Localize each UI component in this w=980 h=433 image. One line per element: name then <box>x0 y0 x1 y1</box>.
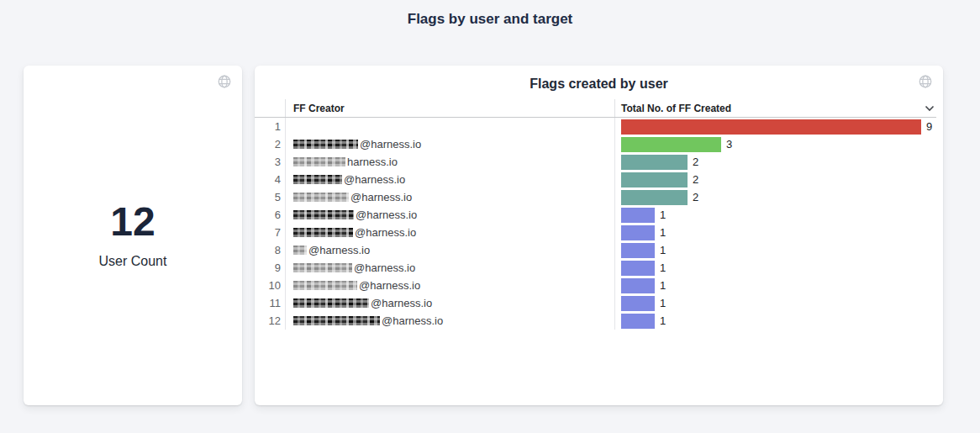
row-index: 9 <box>255 259 285 277</box>
globe-icon[interactable] <box>217 74 232 89</box>
header-total-ff-created[interactable]: Total No. of FF Created <box>614 99 936 117</box>
email-suffix: @harness.io <box>350 191 412 203</box>
bar <box>621 172 688 187</box>
email-suffix: @harness.io <box>355 226 416 239</box>
creator-cell: @harness.io <box>285 135 614 153</box>
creator-cell: @harness.io <box>285 188 614 206</box>
bar <box>621 155 688 170</box>
bar <box>621 278 655 293</box>
table-row: 12 @harness.io 1 <box>255 312 943 330</box>
bar-cell[interactable]: 9 <box>614 118 943 135</box>
redacted-text <box>293 298 369 308</box>
redacted-text <box>293 210 354 219</box>
bar-cell[interactable]: 2 <box>614 171 943 188</box>
bar <box>621 314 655 329</box>
email-suffix: @harness.io <box>360 138 421 150</box>
bar-cell[interactable]: 1 <box>614 206 943 224</box>
creator-cell: @harness.io <box>285 277 614 294</box>
bar-value-label: 1 <box>660 244 666 256</box>
email-suffix: harness.io <box>347 156 398 168</box>
row-index: 7 <box>255 224 285 241</box>
redacted-text <box>293 193 349 202</box>
redacted-text <box>293 281 357 290</box>
table-row: 11 @harness.io 1 <box>255 294 943 312</box>
bar <box>621 296 655 311</box>
page-title: Flags by user and target <box>0 0 980 28</box>
bar <box>621 190 688 205</box>
row-index: 10 <box>255 277 285 294</box>
creator-cell: @harness.io <box>285 294 614 312</box>
user-count-card: 12 User Count <box>24 66 242 405</box>
table-row: 10 @harness.io 1 <box>255 277 943 294</box>
row-index: 8 <box>255 241 285 259</box>
row-index: 3 <box>255 153 285 171</box>
bar-value-label: 2 <box>693 156 698 168</box>
creator-cell: @harness.io <box>285 259 614 277</box>
email-suffix: @harness.io <box>359 279 420 292</box>
card-title: Flags created by user <box>255 66 943 92</box>
header-total-label: Total No. of FF Created <box>621 103 731 114</box>
bar <box>621 119 921 135</box>
email-suffix: @harness.io <box>371 297 432 309</box>
table-row: 4 @harness.io 2 <box>255 171 943 188</box>
redacted-text <box>293 263 352 272</box>
user-count-value: 12 <box>110 202 155 242</box>
redacted-text <box>293 228 353 237</box>
bar-cell[interactable]: 1 <box>614 277 943 294</box>
table-row: 5 @harness.io 2 <box>255 188 943 206</box>
bar-cell[interactable]: 1 <box>614 259 943 277</box>
bar-value-label: 1 <box>660 297 666 309</box>
chevron-down-icon[interactable] <box>925 105 935 112</box>
bar-value-label: 1 <box>660 209 666 221</box>
row-index: 6 <box>255 206 285 224</box>
email-suffix: @harness.io <box>354 261 415 274</box>
creator-cell: @harness.io <box>285 312 614 330</box>
table-row: 2 @harness.io 3 <box>255 135 943 153</box>
redacted-text <box>293 175 342 184</box>
bar-cell[interactable]: 2 <box>614 153 943 171</box>
bar-value-label: 2 <box>693 173 698 186</box>
creator-cell: @harness.io <box>285 241 614 259</box>
creator-cell: @harness.io <box>285 224 614 241</box>
table-row: 7 @harness.io 1 <box>255 224 943 241</box>
bar-value-label: 1 <box>660 279 666 292</box>
bar-cell[interactable]: 2 <box>614 188 943 206</box>
row-index: 2 <box>255 135 285 153</box>
table-row: 3 harness.io 2 <box>255 153 943 171</box>
table-row: 9 @harness.io 1 <box>255 259 943 277</box>
row-index: 11 <box>255 294 285 312</box>
bar-value-label: 2 <box>693 191 698 203</box>
bar-cell[interactable]: 1 <box>614 241 943 259</box>
bar-cell[interactable]: 3 <box>614 135 943 153</box>
row-index: 5 <box>255 188 285 206</box>
bar <box>621 225 655 240</box>
bar-cell[interactable]: 1 <box>614 312 943 330</box>
bar <box>621 243 655 258</box>
bar-cell[interactable]: 1 <box>614 224 943 241</box>
bar <box>621 208 655 223</box>
email-suffix: @harness.io <box>344 173 405 186</box>
creator-cell: @harness.io <box>285 206 614 224</box>
bar-value-label: 1 <box>660 226 666 239</box>
creator-cell: harness.io <box>285 153 614 171</box>
redacted-text <box>293 246 307 255</box>
email-suffix: @harness.io <box>356 209 417 221</box>
redacted-text <box>293 157 345 166</box>
user-count-label: User Count <box>99 254 167 269</box>
table-body: 1 9 2 @harness.io 3 3 harness.io 2 4 @ <box>255 118 943 330</box>
bar-value-label: 3 <box>726 138 732 150</box>
bar-value-label: 1 <box>660 314 666 327</box>
flags-table: FF Creator Total No. of FF Created 1 9 <box>255 99 943 330</box>
email-suffix: @harness.io <box>382 314 443 327</box>
row-index: 4 <box>255 171 285 188</box>
redacted-text <box>293 316 380 325</box>
header-ff-creator[interactable]: FF Creator <box>285 99 614 117</box>
bar-cell[interactable]: 1 <box>614 294 943 312</box>
row-index: 1 <box>255 118 285 135</box>
table-row: 1 9 <box>255 118 943 135</box>
bar <box>621 137 721 152</box>
bar-value-label: 1 <box>660 261 666 274</box>
table-row: 6 @harness.io 1 <box>255 206 943 224</box>
redacted-text <box>293 140 358 149</box>
globe-icon[interactable] <box>918 74 933 89</box>
